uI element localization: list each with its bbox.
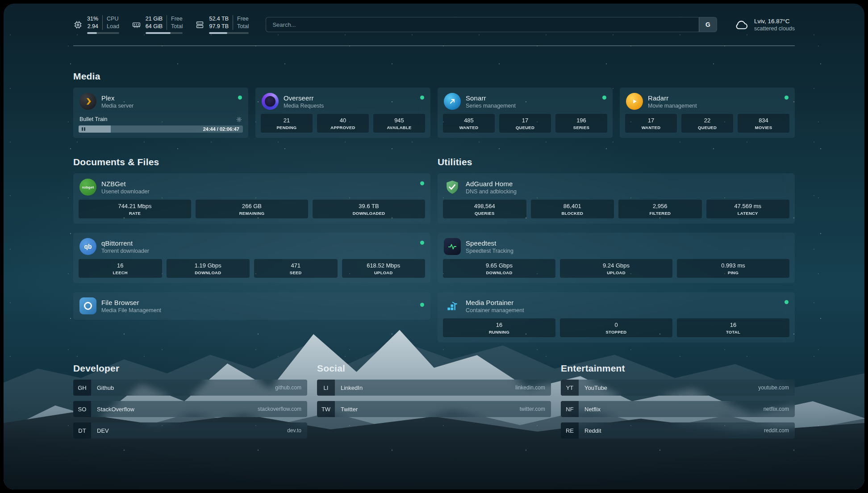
stat-ping: 0.993 ms PING (677, 259, 789, 278)
memory-progress-fill (146, 32, 171, 34)
pause-icon[interactable] (82, 127, 85, 131)
service-card-adguard[interactable]: AdGuard Home DNS and adblocking 498,564 … (438, 173, 795, 224)
service-name: Sonarr (466, 94, 516, 102)
bookmark-abbr: YT (561, 380, 579, 396)
status-dot (785, 300, 789, 304)
stat-movies: 834 MOVIES (738, 114, 789, 133)
stat-total: 16 TOTAL (677, 318, 789, 337)
section-utilities: Utilities (438, 157, 795, 343)
memory-icon (132, 20, 141, 29)
service-name: Media Portainer (466, 299, 524, 306)
disk-divider (233, 15, 233, 30)
service-card-sonarr[interactable]: Sonarr Series management 485 WANTED 17 Q… (438, 88, 613, 138)
bookmark-name: Github (97, 384, 114, 391)
cpu-divider (102, 15, 103, 30)
weather-widget: Lviv, 16.87°C scattered clouds (734, 17, 795, 32)
radarr-icon (626, 93, 643, 110)
now-playing-title: Bullet Train (79, 116, 108, 122)
nzbget-icon: nzbget (79, 179, 96, 196)
service-name: NZBGet (101, 180, 150, 188)
section-title-utilities: Utilities (438, 157, 795, 167)
bookmark-dev[interactable]: DT DEV dev.to (73, 422, 307, 439)
service-card-overseerr[interactable]: Overseerr Media Requests 21 PENDING 40 A… (255, 88, 430, 138)
stat-pending: 21 PENDING (261, 114, 313, 133)
search-input[interactable] (266, 17, 699, 32)
disk-free-value: 52.4 TB (209, 15, 229, 23)
status-dot (238, 96, 242, 100)
memory-free-label: Free (171, 15, 183, 23)
bookmark-group-social: Social LI LinkedIn linkedin.com TW Twitt… (317, 363, 551, 417)
overseerr-icon (262, 93, 279, 110)
stat-available: 945 AVAILABLE (373, 114, 425, 133)
bookmark-abbr: RE (561, 422, 579, 439)
cpu-progress-fill (87, 32, 97, 34)
service-name: Speedtest (466, 239, 513, 247)
stat-running: 16 RUNNING (443, 318, 555, 337)
bookmark-linkedin[interactable]: LI LinkedIn linkedin.com (317, 380, 551, 396)
bookmark-reddit[interactable]: RE Reddit reddit.com (561, 422, 795, 439)
bookmark-stackoverflow[interactable]: SO StackOverflow stackoverflow.com (73, 401, 307, 417)
section-title-social: Social (317, 363, 551, 374)
cpu-label: CPU (107, 15, 119, 23)
bookmark-name: Reddit (584, 427, 601, 434)
plex-icon (79, 93, 96, 110)
stat-wanted: 485 WANTED (443, 114, 495, 133)
disk-progress-fill (209, 32, 227, 34)
service-card-speedtest[interactable]: Speedtest Speedtest Tracking 9.65 Gbps D… (438, 233, 795, 283)
playback-progress-bar[interactable]: 24:44 / 02:06:47 (79, 125, 243, 133)
memory-total-value: 64 GiB (146, 23, 163, 30)
status-dot (420, 241, 424, 245)
bookmark-github[interactable]: GH Github github.com (73, 380, 307, 396)
status-dot (420, 303, 424, 307)
bookmark-url: github.com (275, 384, 301, 391)
memory-divider (167, 15, 167, 30)
cpu-widget: 31% 2.94 CPU Load (73, 15, 119, 34)
bookmark-abbr: GH (73, 380, 91, 396)
service-card-radarr[interactable]: Radarr Movie management 17 WANTED 22 QUE… (620, 88, 795, 138)
section-title-developer: Developer (73, 363, 307, 374)
bookmark-twitter[interactable]: TW Twitter twitter.com (317, 401, 551, 417)
playback-time: 24:44 / 02:06:47 (203, 125, 239, 133)
stat-series: 196 SERIES (555, 114, 607, 133)
bookmark-url: youtube.com (758, 384, 789, 391)
bookmark-name: YouTube (584, 384, 607, 391)
stat-seed: 471 SEED (254, 259, 338, 278)
section-documents: Documents & Files nzbget NZBGet Usenet d… (73, 157, 430, 320)
resource-widgets: 31% 2.94 CPU Load (73, 15, 249, 34)
stat-queued: 17 QUEUED (499, 114, 551, 133)
stat-blocked: 86,401 BLOCKED (531, 200, 614, 218)
weather-condition: scattered clouds (754, 25, 795, 32)
stat-stopped: 0 STOPPED (560, 318, 672, 337)
bookmark-url: netflix.com (764, 406, 789, 412)
settings-gear-icon[interactable] (236, 117, 242, 122)
disk-widget: 52.4 TB 97.9 TB Free Total (195, 15, 249, 34)
service-card-portainer[interactable]: Media Portainer Container management 16 … (438, 292, 795, 343)
bookmark-abbr: LI (317, 380, 335, 396)
bookmark-youtube[interactable]: YT YouTube youtube.com (561, 380, 795, 396)
bookmark-url: twitter.com (520, 406, 545, 412)
disk-total-value: 97.9 TB (209, 23, 229, 30)
search-provider-button[interactable]: G (699, 17, 717, 32)
weather-location: Lviv, 16.87°C (754, 18, 795, 25)
stat-upload: 9.24 Gbps UPLOAD (560, 259, 672, 278)
service-card-qbittorrent[interactable]: qb qBittorrent Torrent downloader 16 LEE… (73, 233, 430, 283)
service-card-filebrowser[interactable]: File Browser Media File Management (73, 292, 430, 320)
bookmark-netflix[interactable]: NF Netflix netflix.com (561, 401, 795, 417)
bookmark-name: Twitter (341, 406, 358, 413)
stat-downloaded: 39.6 TB DOWNLOADED (313, 200, 425, 218)
bookmark-group-developer: Developer GH Github github.com SO StackO… (73, 363, 307, 439)
service-subtitle: Movie management (648, 103, 697, 109)
bookmark-url: dev.to (287, 427, 301, 434)
memory-free-value: 21 GiB (146, 15, 163, 23)
service-name: Plex (101, 94, 134, 102)
search-bar: G (266, 17, 717, 32)
service-card-nzbget[interactable]: nzbget NZBGet Usenet downloader 744.21 M… (73, 173, 430, 224)
bookmark-name: StackOverflow (97, 406, 134, 413)
disk-free-label: Free (237, 15, 249, 23)
service-card-plex[interactable]: Plex Media server Bullet Train (73, 88, 248, 138)
stat-remaining: 266 GB REMAINING (196, 200, 308, 218)
service-subtitle: Container management (466, 307, 524, 313)
memory-widget: 21 GiB 64 GiB Free Total (132, 15, 183, 34)
adguard-shield-icon (444, 179, 461, 196)
bookmark-url: stackoverflow.com (258, 406, 301, 412)
